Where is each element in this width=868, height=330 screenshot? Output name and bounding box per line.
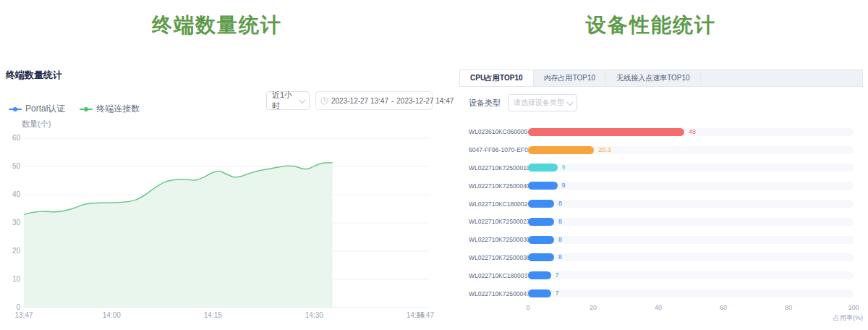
date-range-end: 2023-12-27 14:47 (396, 97, 454, 105)
left-section-heading: 终端数量统计 (0, 12, 434, 39)
bar-x-tick-label: 100 (848, 304, 859, 311)
chevron-down-icon (299, 96, 306, 103)
bar-track: 8 (528, 218, 854, 226)
bar-x-tick-label: 20 (590, 304, 597, 311)
bar-x-tick-label: 40 (655, 304, 662, 311)
bar-fill (528, 289, 551, 297)
tab-1[interactable]: 内存占用TOP10 (534, 70, 607, 86)
bar-row-4: WL022710KC180002808 (469, 195, 854, 213)
bar-category-label: WL023610KC06000043 (469, 128, 522, 135)
bar-value-label: 9 (562, 182, 566, 190)
bar-value-label: 8 (558, 236, 562, 244)
bar-track: 8 (528, 236, 854, 244)
x-tick-label: 14:30 (305, 311, 323, 319)
bar-fill (528, 128, 684, 136)
bar-fill (528, 236, 554, 244)
x-axis-name: 占用率(%) (833, 313, 863, 323)
bar-row-6: WL022710K7250003078 (469, 231, 854, 249)
bar-fill (528, 253, 554, 261)
dashboard: 终端数量统计 设备性能统计 终端数量统计 近1小时 2023-12-27 13:… (0, 0, 868, 330)
time-range-select[interactable]: 近1小时 (266, 91, 310, 110)
bar-row-7: WL022710K7250003698 (469, 249, 854, 267)
terminal-count-area-chart: 010203040506013:4714:0014:1514:3014:4514… (0, 109, 434, 330)
x-tick-label: 14:00 (103, 311, 121, 319)
terminal-count-panel-title: 终端数量统计 (6, 69, 62, 82)
bar-row-3: WL022710K7250004099 (469, 177, 854, 195)
x-tick-label: 13:47 (14, 311, 33, 319)
y-tick-label: 30 (12, 219, 21, 227)
bar-fill (528, 218, 554, 226)
bar-category-label: WL022710K725000307 (469, 236, 522, 243)
bar-value-label: 9 (562, 164, 566, 172)
bar-category-label: WL022710K725000409 (469, 182, 522, 190)
bar-row-8: WL022710KC180003727 (469, 266, 854, 284)
bar-fill (528, 182, 558, 190)
date-range-start: 2023-12-27 13:47 (331, 97, 388, 105)
bar-category-label: WL022710KC18000280 (469, 200, 522, 208)
clock-icon (320, 97, 328, 105)
bar-track: 20.3 (528, 146, 854, 154)
bar-category-label: WL022710KC18000372 (469, 272, 522, 279)
bar-chart-x-axis: 020406080100 (528, 304, 854, 313)
right-section-heading: 设备性能统计 (434, 12, 868, 39)
bar-x-tick-label: 80 (785, 304, 792, 311)
bar-value-label: 48 (689, 128, 696, 136)
bar-fill (528, 271, 551, 279)
bar-fill (528, 146, 594, 154)
bar-value-label: 7 (556, 289, 559, 297)
bar-fill (528, 164, 558, 172)
bar-value-label: 20.3 (598, 146, 611, 154)
bar-row-9: WL022710K7250004707 (469, 284, 854, 302)
bar-category-label: WL022710K725000369 (469, 254, 522, 261)
tab-2[interactable]: 无线接入点速率TOP10 (606, 70, 701, 86)
date-range-separator: - (391, 97, 393, 105)
bar-x-tick-label: 0 (526, 304, 529, 311)
device-type-placeholder: 请选择设备类型 (514, 98, 564, 108)
cpu-top10-bar-chart: WL023610KC06000043486047-FF96-1070-EF0A2… (469, 123, 854, 302)
y-tick-label: 10 (12, 275, 21, 283)
bar-track: 9 (528, 164, 854, 172)
bar-row-1: 6047-FF96-1070-EF0A20.3 (469, 141, 854, 159)
device-type-label: 设备类型 (469, 98, 501, 109)
bar-value-label: 8 (558, 218, 562, 226)
bar-category-label: WL022710K725000272 (469, 218, 522, 225)
area-fill (24, 163, 333, 308)
y-tick-label: 40 (12, 190, 21, 198)
y-tick-label: 0 (16, 303, 20, 311)
y-tick-label: 60 (12, 134, 21, 142)
bar-track: 9 (528, 182, 854, 190)
bar-track: 48 (528, 128, 854, 136)
bar-x-tick-label: 60 (720, 304, 727, 311)
bar-row-5: WL022710K7250002728 (469, 213, 854, 231)
bar-value-label: 8 (558, 253, 562, 261)
performance-tabs: CPU占用TOP10内存占用TOP10无线接入点速率TOP10 (459, 69, 863, 87)
bar-row-0: WL023610KC0600004348 (469, 123, 854, 141)
bar-row-2: WL022710K7250001029 (469, 159, 854, 177)
y-tick-label: 50 (12, 162, 21, 170)
y-tick-label: 20 (12, 247, 21, 255)
bar-track: 7 (528, 289, 854, 297)
device-type-select[interactable]: 请选择设备类型 (508, 94, 577, 111)
x-tick-label: 14:15 (204, 311, 222, 319)
bar-track: 8 (528, 253, 854, 261)
bar-category-label: WL022710K725000102 (469, 164, 522, 172)
bar-value-label: 8 (558, 200, 562, 208)
bar-track: 8 (528, 200, 854, 208)
bar-fill (528, 200, 554, 208)
device-type-filter-row: 设备类型 请选择设备类型 (469, 94, 577, 111)
bar-category-label: WL022710K725000470 (469, 290, 522, 297)
x-tick-label: 14:47 (416, 311, 434, 319)
chevron-down-icon (566, 98, 574, 106)
bar-track: 7 (528, 271, 854, 279)
date-range-picker[interactable]: 2023-12-27 13:47 - 2023-12-27 14:47 (315, 91, 433, 110)
bar-category-label: 6047-FF96-1070-EF0A (469, 146, 522, 153)
tab-0[interactable]: CPU占用TOP10 (460, 70, 534, 86)
bar-value-label: 7 (556, 271, 559, 279)
